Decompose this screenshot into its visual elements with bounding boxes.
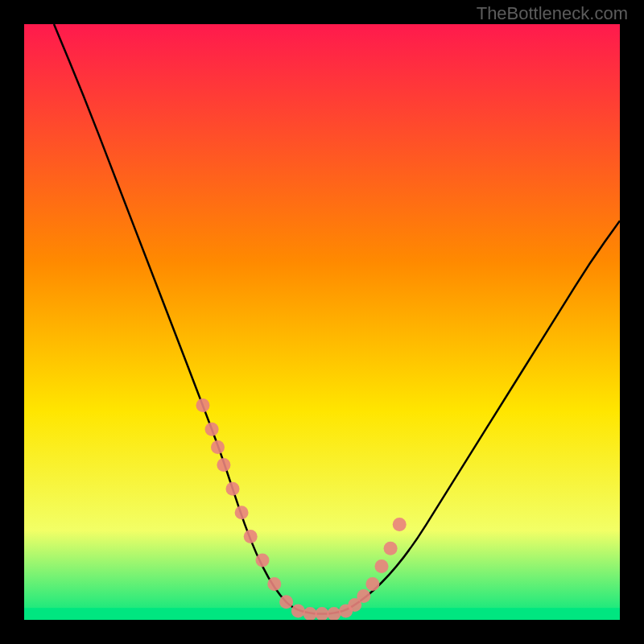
- marker-dot: [256, 554, 270, 568]
- watermark-text: TheBottleneck.com: [477, 3, 628, 24]
- marker-dot: [384, 542, 398, 555]
- marker-dot: [291, 604, 305, 617]
- plot-area: [24, 24, 620, 620]
- marker-dot: [357, 589, 370, 603]
- gradient-bg: [24, 24, 620, 620]
- marker-dot: [267, 577, 281, 591]
- marker-dot: [365, 577, 379, 591]
- marker-dot: [205, 423, 219, 436]
- chart-frame: TheBottleneck.com: [0, 0, 644, 644]
- marker-dot: [211, 440, 225, 454]
- marker-dot: [226, 482, 240, 496]
- marker-dot: [244, 530, 258, 543]
- chart-svg: [24, 24, 620, 620]
- marker-dot: [279, 595, 293, 609]
- marker-dot: [393, 518, 407, 531]
- marker-dot: [235, 506, 249, 519]
- marker-dot: [375, 559, 389, 573]
- marker-dot: [196, 398, 210, 412]
- marker-dot: [217, 458, 230, 472]
